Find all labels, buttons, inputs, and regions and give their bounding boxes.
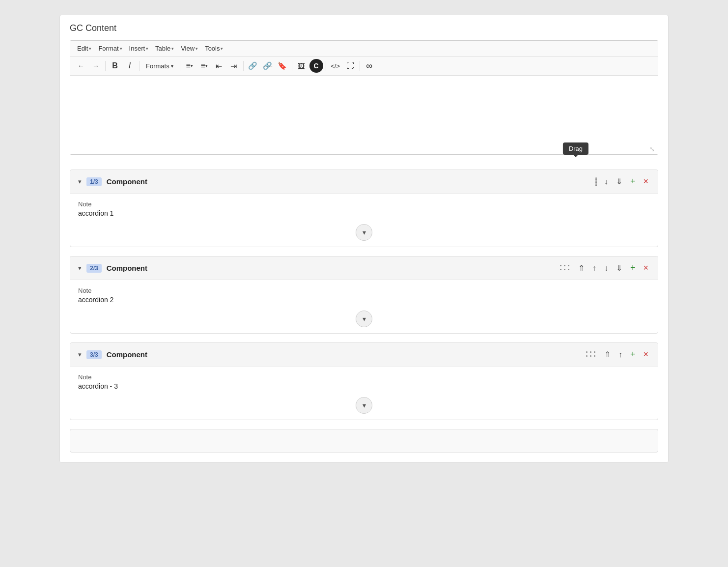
infinity-button[interactable]: ∞ (363, 59, 376, 73)
link-button[interactable]: 🔗 (246, 59, 260, 73)
toolbar-sep-2 (139, 61, 140, 71)
note-value-3: accordion - 3 (78, 382, 650, 390)
indent-button[interactable]: ⇥ (227, 59, 241, 73)
component-actions-1: ↓ ⇓ + × (593, 175, 651, 188)
component-block-1: ▾ 1/3 Component ↓ ⇓ + × No (70, 170, 658, 247)
charmap-button[interactable]: C (309, 59, 323, 73)
drag-dot (560, 269, 561, 270)
resize-handle[interactable]: ⤡ (649, 146, 655, 152)
move-down-btn-1[interactable]: ↓ (602, 176, 611, 188)
component-label-1: Component (107, 177, 593, 186)
fullscreen-button[interactable]: ⛶ (343, 59, 357, 73)
toolbar-sep-4 (243, 61, 244, 71)
italic-button[interactable]: I (123, 59, 137, 73)
drag-handle-1[interactable] (593, 175, 599, 188)
note-label-2: Note (78, 287, 650, 294)
editor-toolbar: ← → B I Formats ▾ ≡▾ ≡▾ ⇤ ⇥ 🔗 🔗 🔖 🖼 C </… (70, 57, 658, 76)
insert-arrow: ▾ (146, 46, 148, 51)
undo-button[interactable]: ← (74, 59, 88, 73)
menu-format[interactable]: Format▾ (96, 44, 124, 53)
drag-dot (586, 355, 588, 357)
move-up-first-btn-2[interactable]: ⇑ (576, 262, 587, 274)
note-label-3: Note (78, 373, 650, 381)
menu-edit[interactable]: Edit▾ (75, 44, 93, 53)
note-value-1: accordion 1 (78, 209, 650, 217)
component-actions-3: ⇑ ↑ + × (584, 348, 651, 361)
edit-arrow: ▾ (89, 46, 91, 51)
code-button[interactable]: </> (329, 59, 342, 73)
expand-btn-row-3: ▾ (78, 397, 650, 414)
move-down-btn-2[interactable]: ↓ (602, 262, 611, 274)
outdent-button[interactable]: ⇤ (212, 59, 226, 73)
expand-circle-btn-1[interactable]: ▾ (356, 224, 372, 241)
formats-dropdown[interactable]: Formats ▾ (142, 61, 177, 71)
drag-dot (568, 269, 569, 270)
expand-chevron-3: ▾ (363, 401, 366, 409)
drag-dot (560, 265, 561, 266)
component-label-3: Component (107, 350, 584, 359)
drag-dot (594, 351, 595, 353)
unlink-button[interactable]: 🔗 (261, 59, 275, 73)
toolbar-sep-6 (326, 61, 326, 71)
component-badge-3: 3/3 (86, 350, 102, 359)
drag-dot (564, 265, 565, 266)
drag-handle-2[interactable] (558, 263, 573, 274)
component-block-3: ▾ 3/3 Component ⇑ ↑ + × Note (70, 342, 658, 420)
component-badge-1: 1/3 (86, 177, 102, 186)
collapse-btn-3[interactable]: ▾ (77, 350, 83, 359)
remove-btn-3[interactable]: × (641, 348, 651, 361)
drag-dot (586, 351, 588, 353)
component-badge-2: 2/3 (86, 264, 102, 273)
collapse-chevron-3: ▾ (78, 351, 82, 358)
add-btn-2[interactable]: + (628, 261, 638, 275)
remove-btn-1[interactable]: × (641, 175, 651, 188)
component-header-1: ▾ 1/3 Component ↓ ⇓ + × (70, 170, 658, 194)
collapse-chevron-1: ▾ (78, 178, 82, 185)
format-arrow: ▾ (120, 46, 122, 51)
unordered-list-button[interactable]: ≡▾ (183, 59, 196, 73)
collapse-btn-2[interactable]: ▾ (77, 263, 83, 273)
view-arrow: ▾ (196, 46, 198, 51)
drag-dot (590, 351, 591, 353)
component-header-2: ▾ 2/3 Component ⇑ ↑ ↓ ⇓ + × (70, 256, 658, 280)
move-up-first-btn-3[interactable]: ⇑ (602, 348, 613, 361)
move-down-last-btn-1[interactable]: ⇓ (614, 175, 625, 188)
expand-circle-btn-2[interactable]: ▾ (356, 311, 372, 327)
expand-chevron-1: ▾ (363, 228, 366, 236)
menu-view[interactable]: View▾ (179, 44, 200, 53)
bookmark-button[interactable]: 🔖 (276, 59, 289, 73)
add-btn-3[interactable]: + (628, 348, 638, 361)
toolbar-sep-3 (180, 61, 180, 71)
drag-dot (594, 355, 595, 357)
redo-button[interactable]: → (89, 59, 103, 73)
toolbar-sep-1 (105, 61, 106, 71)
page-title: GC Content (70, 23, 658, 33)
editor-menubar: Edit▾ Format▾ Insert▾ Table▾ View▾ Tools… (70, 41, 658, 57)
collapse-btn-1[interactable]: ▾ (77, 177, 83, 186)
move-up-btn-2[interactable]: ↑ (590, 262, 599, 274)
ordered-list-button[interactable]: ≡▾ (197, 59, 211, 73)
expand-circle-btn-3[interactable]: ▾ (356, 397, 372, 414)
move-down-last-btn-2[interactable]: ⇓ (614, 262, 625, 274)
component-label-2: Component (107, 264, 558, 272)
menu-tools[interactable]: Tools▾ (203, 44, 225, 53)
menu-insert[interactable]: Insert▾ (127, 44, 151, 53)
drag-dot (568, 265, 569, 266)
collapse-chevron-2: ▾ (78, 264, 82, 272)
image-button[interactable]: 🖼 (295, 59, 308, 73)
component-block-2: ▾ 2/3 Component ⇑ ↑ ↓ ⇓ + × (70, 256, 658, 334)
bold-button[interactable]: B (108, 59, 122, 73)
table-arrow: ▾ (171, 46, 174, 51)
component-body-3: Note accordion - 3 ▾ (70, 367, 658, 420)
editor-wrapper: Edit▾ Format▾ Insert▾ Table▾ View▾ Tools… (70, 40, 658, 155)
note-value-2: accordion 2 (78, 296, 650, 304)
drag-dot (595, 185, 597, 186)
remove-btn-2[interactable]: × (641, 261, 651, 275)
drag-handle-3[interactable] (584, 349, 599, 360)
component-actions-2: ⇑ ↑ ↓ ⇓ + × (558, 261, 651, 275)
menu-table[interactable]: Table▾ (153, 44, 176, 53)
toolbar-sep-7 (360, 61, 360, 71)
move-up-btn-3[interactable]: ↑ (616, 349, 625, 361)
add-btn-1[interactable]: + (628, 175, 638, 188)
component-body-2: Note accordion 2 ▾ (70, 280, 658, 333)
